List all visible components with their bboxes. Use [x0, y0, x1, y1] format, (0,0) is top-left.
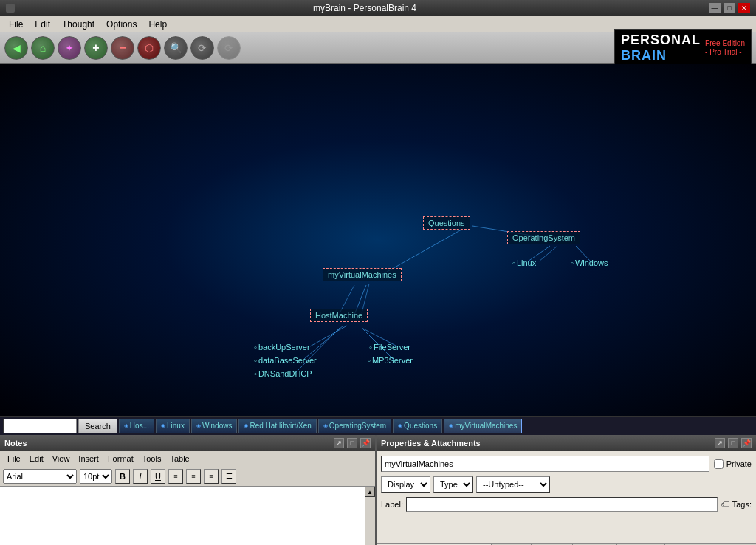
node-hostmachine-label[interactable]: HostMachine [310, 309, 368, 322]
props-pin-icon[interactable]: 📌 [741, 438, 752, 448]
bold-button[interactable]: B [115, 469, 130, 484]
size-selector[interactable]: 10pt [80, 469, 112, 484]
underline-button[interactable]: U [151, 469, 165, 484]
tab-questions[interactable]: ◈ Questions [393, 419, 442, 433]
notes-menu-format[interactable]: Format [103, 453, 138, 464]
back-button[interactable]: ◀ [4, 36, 28, 60]
node-linux[interactable]: Linux [512, 258, 536, 267]
notes-content[interactable]: ▲ ▼ [0, 487, 375, 545]
svg-line-12 [539, 246, 557, 261]
notes-menu-edit[interactable]: Edit [25, 453, 48, 464]
align-left-button[interactable]: ≡ [168, 469, 183, 484]
title-bar: myBrain - PersonalBrain 4 — □ ✕ [0, 0, 756, 16]
italic-button[interactable]: I [133, 469, 148, 484]
node-questions[interactable]: Questions [423, 219, 470, 227]
nav1-button[interactable]: ⟳ [190, 36, 214, 60]
notes-menu-file[interactable]: File [3, 453, 25, 464]
notes-float-icon[interactable]: □ [347, 438, 357, 448]
close-button[interactable]: ✕ [738, 3, 750, 13]
logo-edition: Free Edition- Pro Trial - [705, 39, 745, 57]
notes-menu-table[interactable]: Table [165, 453, 193, 464]
untyped-dropdown[interactable]: --Untyped-- [476, 476, 550, 493]
minimize-button[interactable]: — [709, 3, 721, 13]
logo-text: PERSONALBRAIN [621, 32, 701, 64]
scroll-up-arrow[interactable]: ▲ [365, 487, 375, 497]
search-button[interactable]: 🔍 [164, 36, 188, 60]
maximize-button[interactable]: □ [724, 3, 735, 13]
node-windows-label[interactable]: Windows [571, 258, 608, 267]
node-windows[interactable]: Windows [571, 258, 608, 267]
props-float-icon[interactable]: □ [728, 438, 738, 448]
tab-dot-redhat: ◈ [244, 422, 248, 429]
props-private-checkbox[interactable] [714, 459, 724, 469]
notes-menu-insert[interactable]: Insert [74, 453, 103, 464]
node-fileserver[interactable]: FileServer [369, 343, 410, 352]
node-fileserver-label[interactable]: FileServer [369, 343, 410, 352]
logo-area: PERSONALBRAIN Free Edition- Pro Trial - [614, 29, 752, 67]
menu-thought[interactable]: Thought [56, 18, 100, 31]
font-selector[interactable]: Arial [3, 469, 77, 484]
window-title: myBrain - PersonalBrain 4 [21, 3, 709, 13]
add-button[interactable]: + [84, 36, 108, 60]
notes-header: Notes ↗ □ 📌 [0, 435, 375, 451]
props-expand-icon[interactable]: ↗ [715, 438, 725, 448]
display-dropdown[interactable]: Display [381, 476, 430, 493]
menu-edit[interactable]: Edit [29, 18, 56, 31]
menu-help[interactable]: Help [142, 18, 173, 31]
search-area: Search [3, 419, 117, 433]
home-button[interactable]: ⌂ [31, 36, 55, 60]
tab-hos[interactable]: ◈ Hos... [119, 419, 154, 433]
search-input[interactable] [3, 419, 77, 433]
props-label-input[interactable] [406, 497, 718, 512]
toolbar: ◀ ⌂ ✦ + − ⬡ 🔍 ⟳ ⟳ PERSONALBRAIN Free Edi… [0, 32, 756, 64]
brain-canvas[interactable]: Questions OperatingSystem Linux Windows … [0, 64, 756, 416]
node-databaseserver-label[interactable]: dataBaseServer [254, 356, 317, 365]
props-tags-text: Tags: [732, 500, 752, 509]
tab-myvirtualmachines[interactable]: ◈ myVirtualMachines [444, 419, 522, 433]
node-hostmachine[interactable]: HostMachine [310, 311, 368, 320]
node-operatingsystem-label[interactable]: OperatingSystem [507, 231, 580, 244]
props-private-label: Private [726, 459, 752, 468]
app-icon [6, 4, 15, 13]
props-title: Properties & Attachments [381, 439, 481, 448]
tab-dot-windows: ◈ [196, 422, 201, 429]
notes-menu-view[interactable]: View [48, 453, 75, 464]
props-name-input[interactable] [381, 456, 709, 472]
tab-label-windows: Windows [202, 422, 233, 430]
properties-panel: Properties & Attachments ↗ □ 📌 Private D… [377, 435, 756, 545]
svg-line-5 [310, 326, 347, 346]
list-button[interactable]: ☰ [221, 469, 236, 484]
align-right-button[interactable]: ≡ [204, 469, 219, 484]
node-backupserver-label[interactable]: backUpServer [254, 343, 310, 352]
notes-menu-tools[interactable]: Tools [138, 453, 166, 464]
notes-expand-icon[interactable]: ↗ [334, 438, 344, 448]
notes-pin-icon[interactable]: 📌 [360, 438, 371, 448]
type-dropdown[interactable]: Type [433, 476, 473, 493]
brain-button[interactable]: ✦ [58, 36, 81, 60]
node-backupserver[interactable]: backUpServer [254, 343, 310, 352]
network-button[interactable]: ⬡ [137, 36, 161, 60]
tag-icon[interactable]: 🏷 [721, 499, 729, 510]
node-operatingsystem[interactable]: OperatingSystem [507, 233, 580, 242]
node-mp3server-label[interactable]: MP3Server [368, 356, 413, 365]
node-dnsanddhcp-label[interactable]: DNSandDHCP [254, 369, 312, 378]
node-myvirtualmachines-label[interactable]: myVirtualMachines [323, 268, 402, 281]
tab-linux[interactable]: ◈ Linux [156, 419, 190, 433]
node-databaseserver[interactable]: dataBaseServer [254, 356, 317, 365]
node-questions-label[interactable]: Questions [423, 216, 470, 230]
notes-header-icons: ↗ □ 📌 [334, 438, 371, 448]
node-dnsanddhcp[interactable]: DNSandDHCP [254, 369, 312, 378]
remove-button[interactable]: − [111, 36, 134, 60]
node-myvirtualmachines[interactable]: myVirtualMachines [323, 270, 402, 279]
tab-operatingsystem[interactable]: ◈ OperatingSystem [318, 419, 391, 433]
nav2-button[interactable]: ⟳ [217, 36, 241, 60]
search-button-tab[interactable]: Search [78, 419, 117, 433]
node-mp3server[interactable]: MP3Server [368, 356, 413, 365]
menu-file[interactable]: File [3, 18, 29, 31]
tab-windows[interactable]: ◈ Windows [191, 419, 238, 433]
tab-dot-myvirtualmachines: ◈ [449, 422, 453, 429]
tab-redhat[interactable]: ◈ Red Hat libvirt/Xen [238, 419, 316, 433]
menu-options[interactable]: Options [100, 18, 142, 31]
align-center-button[interactable]: ≡ [186, 469, 201, 484]
node-linux-label[interactable]: Linux [512, 258, 536, 267]
